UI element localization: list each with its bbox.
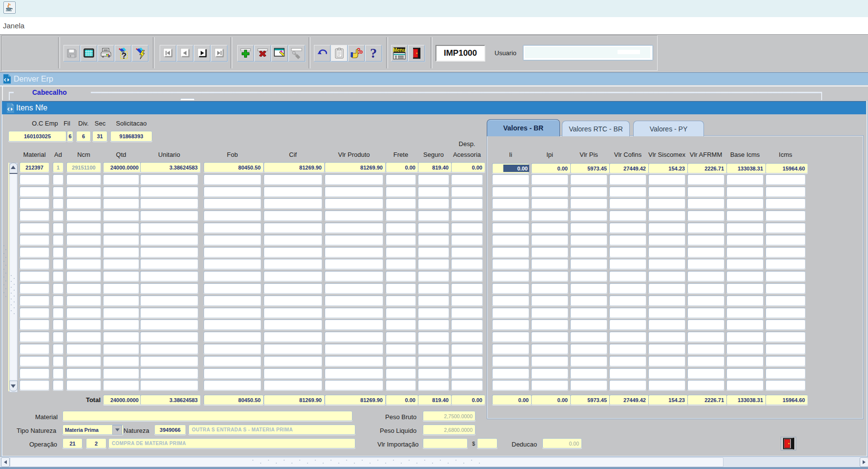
svg-text:?: ? bbox=[122, 51, 126, 60]
svg-text:?: ? bbox=[370, 46, 377, 60]
svg-text:Menu: Menu bbox=[393, 47, 406, 53]
